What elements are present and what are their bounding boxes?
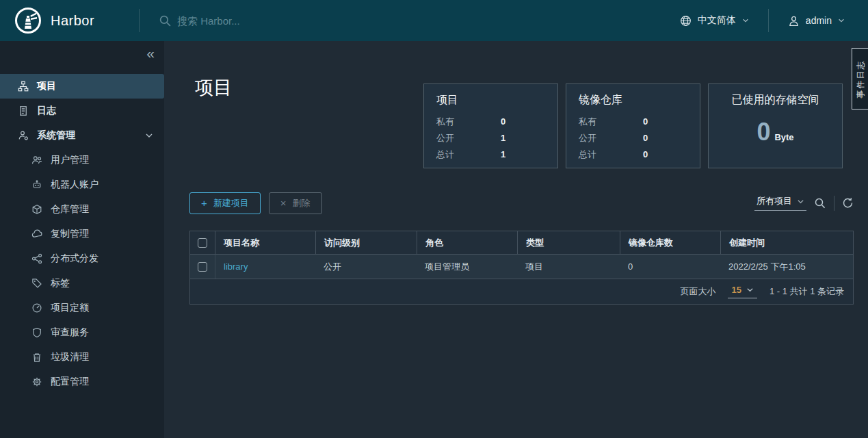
project-link[interactable]: library (224, 261, 248, 272)
stat-value: 0 (501, 114, 505, 130)
sidebar-item-labels[interactable]: 标签 (0, 271, 164, 296)
sidebar-item-label: 审查服务 (51, 326, 89, 339)
brand[interactable]: Harbor (0, 8, 139, 34)
user-icon (788, 15, 800, 27)
table-footer: 页面大小 15 1 - 1 共计 1 条记录 (190, 279, 853, 304)
column-header: 访问级别 (324, 237, 360, 249)
sidebar-item-distribution[interactable]: 分布式分发 (0, 246, 164, 271)
sidebar-collapse-icon[interactable]: « (146, 45, 155, 62)
stat-value: 0 (643, 114, 648, 130)
search-input[interactable] (177, 15, 396, 27)
sidebar-item-label: 配置管理 (51, 376, 89, 388)
projects-table: 项目名称 访问级别 角色 类型 镜像仓库数 创建时间 library 公开 项目… (189, 231, 854, 305)
stat-value: 1 (501, 146, 505, 163)
sidebar-item-robot-accounts[interactable]: 机器人账户 (0, 172, 164, 197)
projects-summary-card: 项目 私有0 公开1 总计1 (423, 83, 558, 168)
global-search (159, 14, 661, 27)
sidebar-item-label: 分布式分发 (51, 253, 98, 265)
plus-icon: + (201, 198, 207, 208)
sidebar-item-label: 仓库管理 (51, 203, 89, 216)
column-header: 镜像仓库数 (629, 237, 673, 249)
gear-icon (31, 376, 42, 387)
storage-summary-card: 已使用的存储空间 0 Byte (708, 83, 843, 168)
sidebar-item-replications[interactable]: 复制管理 (0, 222, 164, 246)
repositories-summary-card: 镜像仓库 私有0 公开0 总计0 (566, 83, 700, 168)
summary-cards: 项目 私有0 公开1 总计1 镜像仓库 私有0 公开0 总计0 已使用的存储空间… (423, 83, 843, 168)
sidebar-item-logs[interactable]: 日志 (0, 99, 164, 123)
username-label: admin (806, 15, 832, 26)
table-row: library 公开 项目管理员 项目 0 2022/2/25 下午1:05 (190, 254, 853, 279)
new-project-button[interactable]: + 新建项目 (189, 192, 261, 214)
delete-button[interactable]: × 删除 (269, 192, 322, 214)
administrator-icon (18, 130, 29, 141)
sidebar-item-registries[interactable]: 仓库管理 (0, 197, 164, 222)
log-icon (18, 105, 29, 116)
card-title: 已使用的存储空间 (721, 93, 830, 107)
stat-label: 私有 (579, 114, 643, 130)
sidebar-item-interrogation-services[interactable]: 审查服务 (0, 320, 164, 345)
page-title: 项目 (195, 75, 232, 100)
created-time-cell: 2022/2/25 下午1:05 (728, 261, 806, 273)
harbor-logo-icon (15, 8, 41, 34)
filter-label: 所有项目 (757, 195, 792, 207)
card-title: 项目 (436, 93, 545, 107)
language-menu[interactable]: 中文简体 (661, 0, 768, 41)
stat-value: 0 (643, 146, 648, 163)
sidebar-item-project-quotas[interactable]: 项目定额 (0, 296, 164, 320)
stat-label: 公开 (436, 130, 501, 146)
sidebar-nav: 项目 日志 系统管理 (0, 74, 164, 394)
app-header: Harbor 中文简体 admin (0, 0, 868, 41)
replication-cloud-icon (31, 229, 42, 240)
tag-icon (31, 278, 42, 289)
sidebar-item-projects[interactable]: 项目 (0, 74, 164, 99)
project-filter-dropdown[interactable]: 所有项目 (754, 195, 806, 211)
role-cell: 项目管理员 (425, 261, 469, 273)
users-icon (31, 155, 42, 166)
sidebar-item-label: 项目 (37, 80, 56, 92)
access-level-cell: 公开 (324, 261, 341, 273)
column-header: 角色 (425, 237, 443, 249)
main-content: 项目 项目 私有0 公开1 总计1 镜像仓库 私有0 公开0 总计0 已使用的存… (164, 41, 868, 438)
stat-label: 总计 (579, 146, 643, 163)
sidebar-item-label: 标签 (51, 277, 70, 289)
delete-label: 删除 (293, 197, 311, 209)
sidebar-item-label: 日志 (37, 105, 56, 117)
stat-value: 0 (643, 130, 648, 146)
card-title: 镜像仓库 (579, 93, 687, 107)
trash-icon (31, 352, 42, 363)
event-log-tab-label: 事件日志 (854, 60, 866, 98)
organization-icon (18, 81, 29, 92)
refresh-icon[interactable] (842, 197, 854, 209)
page-size-label: 页面大小 (680, 285, 715, 298)
select-all-checkbox[interactable] (198, 238, 207, 248)
stat-value: 1 (501, 130, 505, 146)
type-cell: 项目 (525, 261, 543, 273)
chevron-down-icon (145, 131, 153, 140)
chevron-down-icon (797, 198, 804, 205)
search-icon[interactable] (814, 197, 826, 209)
sidebar-item-configuration[interactable]: 配置管理 (0, 370, 164, 394)
page-size-value: 15 (731, 285, 741, 295)
column-header: 类型 (526, 237, 544, 249)
globe-icon (680, 15, 692, 27)
column-header: 创建时间 (729, 237, 765, 249)
user-menu[interactable]: admin (769, 0, 864, 41)
toolbar-divider (834, 196, 834, 211)
page-size-select[interactable]: 15 (728, 285, 757, 298)
projects-toolbar: + 新建项目 × 删除 所有项目 (189, 192, 854, 214)
quota-gauge-icon (31, 302, 42, 313)
sidebar-item-users[interactable]: 用户管理 (0, 148, 164, 172)
sidebar-item-administration[interactable]: 系统管理 (0, 123, 164, 148)
language-label: 中文简体 (698, 14, 736, 27)
sidebar-item-garbage-collection[interactable]: 垃圾清理 (0, 345, 164, 370)
chevron-down-icon (746, 286, 754, 294)
filter-area: 所有项目 (754, 195, 854, 211)
stat-label: 总计 (436, 146, 501, 163)
header-divider (139, 9, 140, 32)
sidebar: « 项目 日志 系统管理 (0, 41, 164, 438)
column-header: 项目名称 (224, 237, 259, 249)
search-icon (159, 14, 172, 27)
row-checkbox[interactable] (198, 262, 207, 272)
sidebar-item-label: 项目定额 (51, 302, 89, 314)
event-log-tab[interactable]: 事件日志 (852, 48, 868, 110)
